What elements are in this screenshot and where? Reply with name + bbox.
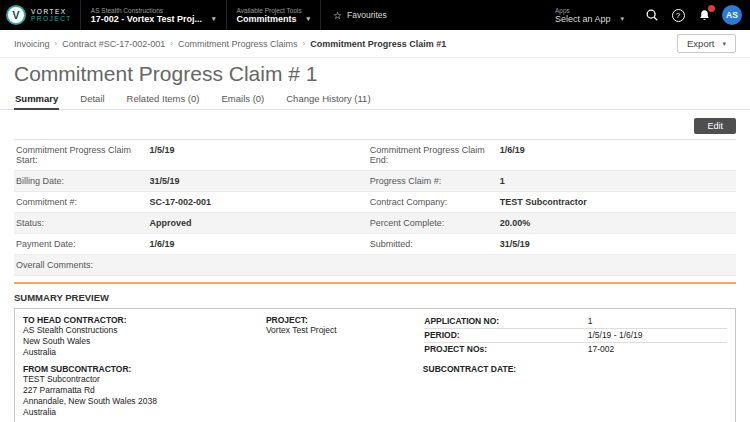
field-label: Percent Complete:	[368, 213, 498, 233]
breadcrumb-invoicing[interactable]: Invoicing	[14, 39, 50, 49]
field-label: Commitment #:	[14, 192, 148, 212]
export-label: Export	[687, 38, 714, 49]
address-line: AS Stealth Constructions	[23, 325, 266, 336]
period-label: PERIOD:	[424, 330, 587, 340]
subcontract-date-label: SUBCONTRACT DATE:	[423, 364, 516, 374]
table-row: Payment Date: 1/6/19 Submitted: 31/5/19	[14, 234, 736, 255]
project-tools-value: Commitments	[237, 14, 297, 24]
address-line: Australia	[23, 347, 266, 358]
search-icon	[645, 8, 659, 22]
from-subcontractor-block: FROM SUBCONTRACTOR: TEST Subcontractor 2…	[23, 364, 423, 418]
star-icon: ☆	[333, 10, 342, 21]
edit-row: Edit	[0, 110, 750, 139]
field-label	[368, 255, 498, 275]
project-tools-label: Available Project Tools	[237, 7, 311, 14]
brand-line-2: PROJECT	[31, 15, 72, 22]
favourites-label: Favourites	[347, 10, 387, 20]
address-line: Annandale, New South Wales 2038	[23, 396, 423, 407]
brand-line-1: VORTEX	[31, 8, 72, 15]
address-line: 227 Parramatta Rd	[23, 385, 423, 396]
period-value: 1/5/19 - 1/6/19	[588, 330, 727, 340]
tab-change-history[interactable]: Change History (11)	[285, 90, 371, 109]
notification-badge	[708, 5, 715, 12]
help-button[interactable]: ?	[670, 7, 686, 23]
notifications-button[interactable]	[696, 7, 712, 23]
project-selector-value: 17-002 - Vortex Test Proj...	[91, 14, 202, 24]
export-button[interactable]: Export ▾	[677, 34, 736, 53]
field-value: 1/5/19	[148, 140, 368, 170]
tab-bar: Summary Detail Related Items (0) Emails …	[0, 90, 750, 110]
breadcrumb-progress-claims[interactable]: Commitment Progress Claims	[178, 39, 298, 49]
field-label: Commitment Progress Claim End:	[368, 140, 498, 170]
field-label: Overall Comments:	[14, 255, 148, 275]
application-block: APPLICATION NO: 1 PERIOD: 1/5/19 - 1/6/1…	[424, 315, 727, 358]
preview-header-grid: TO HEAD CONTRACTOR: AS Stealth Construct…	[23, 315, 727, 358]
to-head-contractor-block: TO HEAD CONTRACTOR: AS Stealth Construct…	[23, 315, 266, 358]
breadcrumb-current: Commitment Progress Claim #1	[310, 39, 446, 49]
brand-text: VORTEX PROJECT	[31, 8, 72, 23]
application-no-label: APPLICATION NO:	[424, 316, 587, 326]
breadcrumb-bar: Invoicing › Contract #SC-17-002-001 › Co…	[0, 30, 750, 58]
application-no-value: 1	[588, 316, 727, 326]
project-nos-value: 17-002	[588, 344, 727, 354]
table-row: Status: Approved Percent Complete: 20.00…	[14, 213, 736, 234]
field-value: 31/5/19	[148, 171, 368, 191]
field-label: Progress Claim #:	[368, 171, 498, 191]
preview-middle-grid: FROM SUBCONTRACTOR: TEST Subcontractor 2…	[23, 364, 727, 418]
vortex-logo-icon: V	[6, 5, 26, 25]
edit-button[interactable]: Edit	[694, 118, 736, 134]
project-selector[interactable]: AS Stealth Constructions 17-002 - Vortex…	[80, 0, 226, 30]
field-label: Submitted:	[368, 234, 498, 254]
field-label: Status:	[14, 213, 148, 233]
chevron-down-icon: ▾	[212, 15, 216, 23]
apps-selector-label: Apps	[555, 7, 624, 14]
to-head-contractor-label: TO HEAD CONTRACTOR:	[23, 315, 266, 325]
from-subcontractor-label: FROM SUBCONTRACTOR:	[23, 364, 423, 374]
chevron-right-icon: ›	[55, 39, 58, 48]
field-value	[148, 255, 368, 275]
avatar[interactable]: AS	[722, 5, 742, 25]
chevron-down-icon: ▾	[722, 40, 726, 48]
table-row: Commitment #: SC-17-002-001 Contract Com…	[14, 192, 736, 213]
tab-summary[interactable]: Summary	[14, 90, 59, 110]
project-label: PROJECT:	[266, 315, 424, 325]
field-value: SC-17-002-001	[148, 192, 368, 212]
page-title: Commitment Progress Claim # 1	[0, 58, 750, 88]
field-value: 20.00%	[498, 213, 736, 233]
field-value: 1	[498, 171, 736, 191]
field-value: 1/6/19	[498, 140, 736, 170]
tab-related-items[interactable]: Related Items (0)	[126, 90, 201, 109]
chevron-right-icon: ›	[302, 39, 305, 48]
address-line: New South Wales	[23, 336, 266, 347]
address-line: Australia	[23, 407, 423, 418]
table-row: Overall Comments:	[14, 255, 736, 276]
field-label: Payment Date:	[14, 234, 148, 254]
field-label: Contract Company:	[368, 192, 498, 212]
field-value: 1/6/19	[148, 234, 368, 254]
breadcrumb-contract[interactable]: Contract #SC-17-002-001	[62, 39, 165, 49]
project-tools-selector[interactable]: Available Project Tools Commitments ▾	[226, 0, 321, 30]
subcontract-date-block: SUBCONTRACT DATE:	[423, 364, 727, 418]
chevron-down-icon: ▾	[620, 15, 624, 23]
chevron-down-icon: ▾	[307, 15, 311, 23]
apps-selector-value: Select an App	[555, 14, 611, 24]
field-value: TEST Subcontractor	[498, 192, 736, 212]
field-value: 31/5/19	[498, 234, 736, 254]
favourites-button[interactable]: ☆ Favourites	[320, 0, 399, 30]
topbar-right-group: Apps Select an App ▾ ? AS	[545, 0, 742, 30]
status-value: Approved	[148, 213, 368, 233]
chevron-right-icon: ›	[170, 39, 173, 48]
apps-selector[interactable]: Apps Select an App ▾	[545, 0, 634, 30]
field-value	[498, 255, 736, 275]
tab-detail[interactable]: Detail	[79, 90, 105, 109]
project-selector-label: AS Stealth Constructions	[91, 7, 216, 14]
table-row: Commitment Progress Claim Start: 1/5/19 …	[14, 140, 736, 171]
address-line: TEST Subcontractor	[23, 374, 423, 385]
brand: V VORTEX PROJECT	[6, 5, 80, 25]
details-table: Commitment Progress Claim Start: 1/5/19 …	[14, 139, 736, 276]
project-nos-label: PROJECT NOs:	[424, 344, 587, 354]
summary-preview-box: TO HEAD CONTRACTOR: AS Stealth Construct…	[14, 308, 736, 422]
tab-emails[interactable]: Emails (0)	[220, 90, 265, 109]
summary-preview-heading: SUMMARY PREVIEW	[0, 284, 750, 308]
search-button[interactable]	[644, 7, 660, 23]
